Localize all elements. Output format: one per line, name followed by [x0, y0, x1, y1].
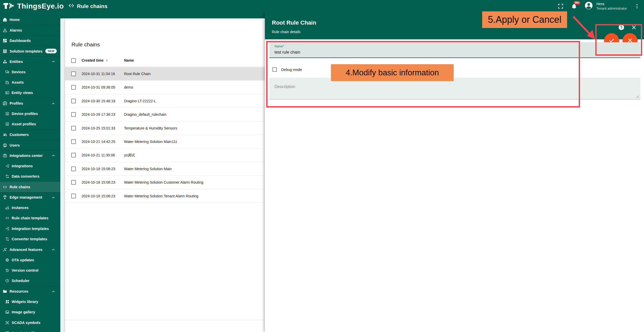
apps-icon [3, 49, 7, 54]
select-all-checkbox[interactable] [71, 58, 76, 63]
sidebar-item-assets[interactable]: Assets [0, 77, 60, 88]
name-input[interactable] [274, 50, 611, 55]
row-checkbox[interactable] [71, 99, 76, 103]
created-time-cell: 2024-10-29 17:36:23 [82, 112, 115, 117]
asset-profile-icon: A [5, 122, 9, 126]
table-row[interactable]: 2024-10-30 15:46:19Dragino LT-22222-L [65, 94, 270, 108]
debug-mode-checkbox[interactable] [272, 67, 277, 72]
sidebar-item-rule-chains[interactable]: Rule chains [0, 182, 60, 192]
sidebar-item-widgets-library[interactable]: Widgets library [0, 297, 60, 307]
sidebar-item-label: Entity views [12, 91, 33, 95]
created-time-cell: 2024-10-21 11:35:06 [82, 153, 115, 157]
sidebar-item-solution-templates[interactable]: Solution templatesNEW [0, 46, 60, 56]
sidebar-item-label: Entities [10, 60, 23, 64]
row-checkbox[interactable] [71, 126, 76, 131]
column-created-time[interactable]: Created time [82, 58, 109, 63]
user-menu[interactable]: Hera Tenant administrator [584, 1, 627, 11]
sort-desc-icon [105, 59, 109, 63]
help-icon[interactable]: ? [619, 25, 624, 30]
sidebar-item-asset-profiles[interactable]: AAsset profiles [0, 119, 60, 129]
table-row[interactable]: 2024-10-31 11:04:16Root Rule Chain [65, 67, 270, 81]
logo[interactable]: ThingsEye.io [3, 1, 64, 11]
sidebar-item-label: Rule chain templates [12, 216, 48, 220]
sidebar-item-devices[interactable]: Devices [0, 67, 60, 77]
integrations-icon [5, 226, 9, 231]
new-badge: NEW [45, 49, 57, 53]
table-row[interactable]: 2024-10-18 15:08:23Water Metering Soluti… [65, 176, 270, 189]
sidebar-item-entity-views[interactable]: Entity views [0, 88, 60, 98]
sidebar-item-data-converters[interactable]: Data converters [0, 171, 60, 182]
category-icon [3, 59, 7, 64]
debug-mode-row: Debug mode [272, 67, 302, 72]
sidebar-item-device-profiles[interactable]: DDevice profiles [0, 109, 60, 119]
folder-icon [3, 289, 7, 294]
sidebar-item-converter-templates[interactable]: Converter templates [0, 234, 60, 244]
chevron-up-icon [52, 290, 55, 294]
sidebar-item-integrations[interactable]: Integrations [0, 161, 60, 171]
kebab-menu-icon[interactable] [634, 3, 640, 10]
row-checkbox[interactable] [71, 167, 76, 171]
row-checkbox[interactable] [71, 71, 76, 76]
table-row[interactable]: 2024-10-21 11:35:06ys调试 [65, 148, 270, 162]
sidebar-item-image-gallery[interactable]: Image gallery [0, 307, 60, 317]
sidebar-item-javascript-library[interactable]: JavaScript library [0, 328, 60, 332]
annotation-step5: 5.Apply or Cancel [482, 11, 567, 28]
edge-icon [3, 195, 7, 200]
scada-icon [5, 320, 9, 325]
fullscreen-icon[interactable] [557, 3, 564, 10]
table-row[interactable]: 2024-10-21 14:42:25Water Metering Soluti… [65, 135, 270, 148]
sidebar-item-scada-symbols[interactable]: SCADA symbols [0, 317, 60, 328]
table-row[interactable]: 2024-10-29 17:36:23Dragino_default_rulec… [65, 108, 270, 121]
row-checkbox[interactable] [71, 180, 76, 185]
sidebar-item-scheduler[interactable]: Scheduler [0, 276, 60, 286]
description-field[interactable]: Description [269, 78, 640, 99]
row-checkbox[interactable] [71, 112, 76, 117]
row-checkbox[interactable] [71, 153, 76, 157]
sidebar-item-profiles[interactable]: Profiles [0, 98, 60, 109]
description-placeholder: Description [274, 84, 295, 89]
clock-icon [5, 278, 9, 283]
created-time-cell: 2024-10-18 15:08:23 [82, 180, 115, 184]
home-icon [3, 17, 7, 22]
sidebar-item-home[interactable]: Home [0, 15, 60, 25]
created-time-cell: 2024-10-18 15:08:23 [82, 167, 115, 171]
sidebar-item-label: Resources [10, 289, 28, 293]
image-icon [5, 310, 9, 314]
name-cell: demo [124, 85, 133, 89]
sidebar-item-edge-management[interactable]: Edge management [0, 192, 60, 203]
bell-icon[interactable]: 99+ [571, 3, 577, 10]
sidebar-item-instances[interactable]: Instances [0, 203, 60, 213]
sidebar-item-ota-updates[interactable]: OTA updates [0, 255, 60, 265]
sidebar-item-resources[interactable]: Resources [0, 286, 60, 297]
sidebar-item-customers[interactable]: Customers [0, 129, 60, 140]
sidebar-item-advanced-features[interactable]: Advanced features [0, 244, 60, 255]
table-row[interactable]: 2024-10-18 15:08:23Water Metering Soluti… [65, 162, 270, 176]
row-checkbox[interactable] [71, 194, 76, 198]
name-cell: Water Metering Solution Main111 [124, 140, 177, 144]
script-icon [5, 331, 9, 332]
sidebar-item-dashboards[interactable]: Dashboards [0, 35, 60, 46]
sidebar-item-label: Alarms [10, 28, 22, 32]
annotation-step4: 4.Modify basic information [331, 64, 454, 81]
resize-handle-icon[interactable] [636, 95, 639, 98]
sidebar-item-users[interactable]: Users [0, 140, 60, 150]
table-row[interactable]: 2024-10-18 15:08:23Water Metering Soluti… [65, 189, 270, 203]
sidebar-item-integrations-center[interactable]: Integrations center [0, 150, 60, 161]
table-footer-divider [65, 320, 270, 320]
device-profile-icon: D [5, 111, 9, 116]
sidebar-item-integration-templates[interactable]: Integration templates [0, 223, 60, 234]
row-checkbox[interactable] [71, 139, 76, 144]
row-checkbox[interactable] [71, 85, 76, 90]
sidebar-item-rule-chain-templates[interactable]: Rule chain templates [0, 213, 60, 223]
table-row[interactable]: 2024-10-31 09:36:05demo [65, 81, 270, 94]
column-name[interactable]: Name [124, 58, 134, 62]
sidebar-item-entities[interactable]: Entities [0, 56, 60, 67]
table-header: Created time Name [65, 55, 270, 67]
devices-icon [5, 70, 9, 74]
sidebar-item-alarms[interactable]: Alarms [0, 25, 60, 35]
name-cell: Water Metering Solution Customer Alarm R… [124, 180, 203, 184]
close-icon[interactable] [631, 25, 637, 30]
table-row[interactable]: 2024-10-25 15:01:33Temperature & Humidit… [65, 121, 270, 135]
rule-chain-details-panel: Root Rule Chain Rule chain details ? Nam… [265, 12, 644, 332]
sidebar-item-version-control[interactable]: Version control [0, 265, 60, 276]
